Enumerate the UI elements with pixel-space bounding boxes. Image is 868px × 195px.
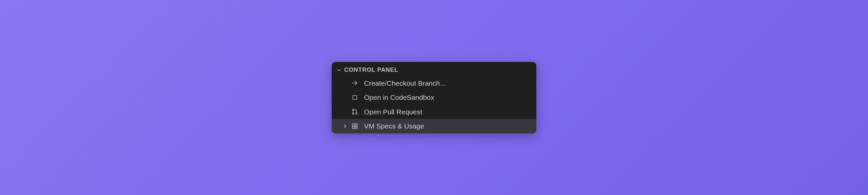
control-panel-item-open-codesandbox[interactable]: Open in CodeSandbox: [332, 90, 536, 105]
item-label: VM Specs & Usage: [364, 121, 424, 131]
chevron-right-icon: [342, 123, 347, 129]
control-panel-item-open-pr[interactable]: Open Pull Request: [332, 105, 536, 119]
control-panel-header[interactable]: CONTROL PANEL: [332, 62, 536, 76]
item-label: Open in CodeSandbox: [364, 92, 434, 103]
control-panel-title: CONTROL PANEL: [344, 67, 398, 73]
control-panel-item-vm-specs[interactable]: VM Specs & Usage: [332, 119, 536, 133]
server-icon: [351, 123, 359, 129]
chevron-down-icon: [336, 67, 342, 73]
svg-rect-1: [353, 95, 357, 100]
item-label: Create/Checkout Branch...: [364, 78, 445, 89]
square-icon: [351, 94, 359, 101]
git-pull-request-icon: [351, 108, 359, 115]
item-label: Open Pull Request: [364, 107, 422, 117]
control-panel: CONTROL PANEL Create/Checkout Branch... …: [332, 62, 536, 133]
control-panel-item-create-branch[interactable]: Create/Checkout Branch...: [332, 76, 536, 90]
arrow-right-icon: [351, 79, 359, 87]
